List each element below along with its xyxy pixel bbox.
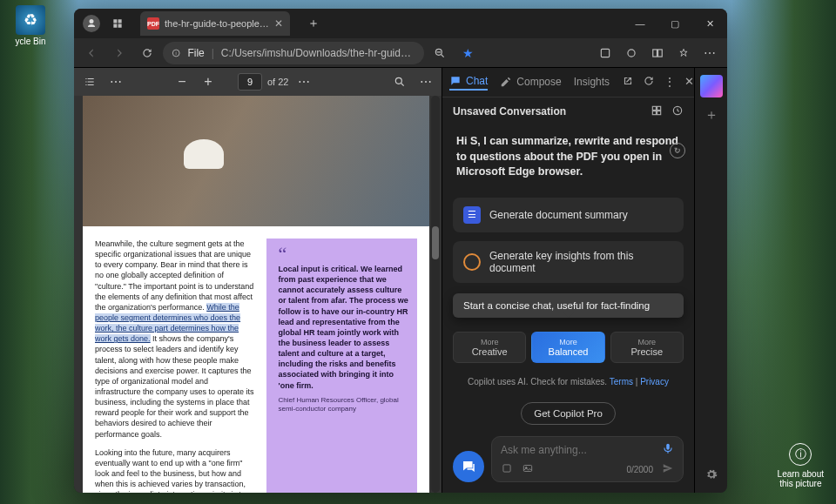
copilot-greeting: Hi S, I can summarize, rewrite and respo… — [453, 125, 684, 189]
grid-icon[interactable] — [651, 104, 663, 119]
svg-line-10 — [401, 84, 404, 86]
close-panel-icon[interactable]: ✕ — [684, 75, 694, 90]
tab-compose[interactable]: Compose — [500, 76, 561, 90]
suggestion-insights[interactable]: Generate key insights from this document — [453, 241, 684, 283]
suggestion-summary[interactable]: ☰ Generate document summary — [453, 198, 684, 232]
svg-point-6 — [628, 49, 635, 56]
collections-button[interactable] — [671, 41, 696, 65]
spotlight-info[interactable]: ⓘ Learn about this picture — [778, 443, 824, 488]
workspaces-button[interactable] — [109, 15, 126, 32]
new-topic-icon — [461, 459, 476, 474]
copilot-tabs: Chat Compose Insights ⋮ ✕ — [442, 68, 694, 97]
conversation-styles: MoreCreative MoreBalanced MorePrecise — [453, 332, 684, 363]
mic-icon[interactable] — [662, 442, 674, 457]
spotlight-icon: ⓘ — [789, 443, 812, 466]
zoom-out-icon[interactable] — [428, 41, 452, 65]
pdf-more-left[interactable]: ⋯ — [105, 71, 126, 92]
kebab-icon[interactable]: ⋮ — [664, 75, 676, 90]
pdf-more-right[interactable]: ⋯ — [415, 71, 436, 92]
attach-icon[interactable] — [501, 462, 513, 476]
forward-button[interactable] — [107, 41, 131, 65]
svg-rect-5 — [601, 49, 609, 57]
style-balanced[interactable]: MoreBalanced — [531, 332, 604, 363]
split-screen-button[interactable] — [645, 41, 670, 65]
profile-button[interactable] — [83, 15, 100, 32]
svg-rect-17 — [503, 465, 510, 472]
contents-button[interactable] — [79, 71, 100, 92]
tab-insights[interactable]: Insights — [574, 76, 610, 90]
edge-sidebar: ＋ — [694, 68, 727, 493]
tab-title: the-hr-guide-to-people-and-cult — [165, 18, 269, 29]
tab-close-icon[interactable]: ✕ — [274, 17, 283, 30]
svg-rect-14 — [657, 111, 661, 114]
new-topic-button[interactable] — [453, 451, 484, 482]
open-link-icon[interactable] — [622, 75, 634, 90]
zoom-out-button[interactable]: − — [172, 71, 192, 92]
copilot-disclaimer: Copilot uses AI. Check for mistakes. Ter… — [453, 377, 684, 386]
style-tooltip: Start a concise chat, useful for fact-fi… — [453, 293, 684, 318]
close-window-button[interactable]: ✕ — [692, 9, 727, 38]
svg-rect-12 — [657, 106, 661, 110]
sidebar-settings-icon[interactable] — [705, 468, 718, 484]
recycle-bin-label: ycle Bin — [9, 37, 52, 46]
conversation-title-row: Unsaved Conversation — [442, 97, 694, 125]
page-number-input[interactable] — [238, 73, 262, 91]
recycle-bin[interactable]: ycle Bin — [9, 5, 52, 46]
send-icon[interactable] — [662, 462, 674, 476]
refresh-icon[interactable] — [643, 75, 655, 90]
browser-tab[interactable]: PDF the-hr-guide-to-people-and-cult ✕ — [140, 11, 290, 36]
address-bar: i File | C:/Users/imshu/Downloads/the-hr… — [74, 38, 727, 68]
style-creative[interactable]: MoreCreative — [453, 332, 526, 363]
pdf-scrollbar[interactable] — [431, 96, 440, 493]
zoom-in-button[interactable]: + — [198, 71, 219, 92]
back-button[interactable] — [79, 41, 104, 65]
svg-text:i: i — [176, 50, 177, 55]
pdf-viewer: ⋯ − + of 22 ⋯ ⋯ — [74, 68, 442, 493]
insights-icon — [463, 253, 481, 271]
history-icon[interactable] — [671, 104, 684, 119]
svg-rect-7 — [653, 49, 657, 56]
tab-chat[interactable]: Chat — [449, 75, 488, 91]
get-pro-button[interactable]: Get Copilot Pro — [521, 402, 616, 425]
edge-window: PDF the-hr-guide-to-people-and-cult ✕ ＋ … — [74, 9, 727, 493]
svg-rect-11 — [652, 106, 656, 110]
info-icon: i — [172, 47, 180, 59]
favorite-button[interactable]: ★ — [455, 41, 480, 65]
rewards-button[interactable] — [619, 41, 644, 65]
svg-rect-13 — [652, 111, 656, 114]
more-button[interactable]: ⋯ — [698, 41, 722, 65]
titlebar: PDF the-hr-guide-to-people-and-cult ✕ ＋ … — [74, 9, 727, 38]
url-field[interactable]: i File | C:/Users/imshu/Downloads/the-hr… — [163, 42, 424, 64]
page-count: of 22 — [267, 77, 288, 87]
char-counter: 0/2000 — [626, 465, 653, 474]
refresh-button[interactable] — [135, 41, 159, 65]
maximize-button[interactable]: ▢ — [657, 9, 692, 38]
summary-icon: ☰ — [463, 206, 481, 224]
new-tab-button[interactable]: ＋ — [302, 12, 325, 35]
svg-point-9 — [395, 77, 401, 84]
ask-input-box: 0/2000 — [491, 436, 684, 482]
ask-input[interactable] — [501, 444, 655, 456]
minimize-button[interactable]: — — [623, 9, 657, 38]
copilot-panel: Chat Compose Insights ⋮ ✕ Unsave — [442, 68, 694, 493]
privacy-link[interactable]: Privacy — [640, 377, 669, 386]
svg-line-4 — [442, 54, 444, 57]
url-scheme: File — [187, 47, 204, 59]
pdf-toolbar: ⋯ − + of 22 ⋯ ⋯ — [74, 68, 442, 96]
copilot-sidebar-icon[interactable] — [700, 75, 723, 97]
extensions-button[interactable] — [593, 41, 617, 65]
pdf-body-text: Meanwhile, the culture segment gets at t… — [95, 239, 254, 493]
chat-icon — [449, 75, 462, 87]
url-path: C:/Users/imshu/Downloads/the-hr-guide-to… — [221, 47, 415, 59]
style-precise[interactable]: MorePrecise — [610, 332, 684, 363]
sidebar-add-button[interactable]: ＋ — [705, 106, 718, 124]
find-button[interactable] — [389, 71, 410, 92]
pdf-more-center[interactable]: ⋯ — [293, 71, 314, 92]
terms-link[interactable]: Terms — [610, 377, 633, 386]
read-aloud-icon[interactable]: ↻ — [670, 143, 685, 158]
image-icon[interactable] — [522, 462, 534, 476]
pdf-page-area[interactable]: Meanwhile, the culture segment gets at t… — [74, 96, 442, 493]
svg-rect-16 — [666, 444, 670, 450]
scroll-thumb[interactable] — [432, 226, 439, 259]
conversation-title: Unsaved Conversation — [453, 105, 566, 118]
